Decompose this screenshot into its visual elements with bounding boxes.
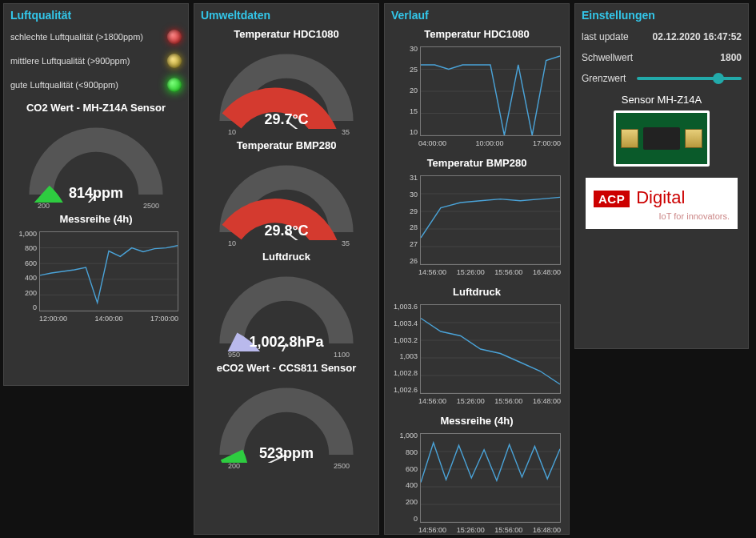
co2-gauge: 814ppm 200 2500	[20, 118, 172, 207]
vl-hdc-title: Temperatur HDC1080	[391, 28, 562, 40]
legend-bad-label: schlechte Luftqualität (>1800ppm)	[10, 32, 143, 42]
legend-good-label: gute Luftqualität (<900ppm)	[10, 80, 118, 90]
row-last-update: last update 02.12.2020 16:47:52	[582, 31, 742, 42]
gauge-bmp-value: 29.8°C	[210, 223, 362, 239]
gauge-hdc: 29.7°C 10 35	[210, 45, 362, 133]
gauge-hdc-min: 10	[228, 128, 236, 136]
grenzwert-slider[interactable]	[637, 77, 742, 80]
vl-press-title: Luftdruck	[391, 286, 562, 298]
co2-gauge-min: 200	[38, 202, 50, 210]
co2-gauge-title: CO2 Wert - MH-Z14A Sensor	[10, 102, 182, 114]
legend-row-bad: schlechte Luftqualität (>1800ppm)	[10, 30, 182, 44]
panel-verlauf: Verlauf Temperatur HDC1080 302520151004:…	[384, 3, 570, 535]
panel-title-verlauf: Verlauf	[391, 9, 562, 22]
last-update-label: last update	[582, 31, 629, 42]
co2-gauge-max: 2500	[143, 202, 159, 210]
sensor-caption: Sensor MH-Z14A	[582, 94, 742, 106]
gauge-hdc-max: 35	[342, 128, 350, 136]
gauge-bmp-title: Temperatur BMP280	[201, 139, 372, 151]
panel-einstellungen: Einstellungen last update 02.12.2020 16:…	[574, 3, 749, 349]
legend-row-mid: mittlere Luftqualität (>900ppm)	[10, 54, 182, 68]
grenzwert-label: Grenzwert	[582, 73, 626, 84]
gauge-press-title: Luftdruck	[201, 251, 372, 263]
gauge-bmp: 29.8°C 10 35	[210, 156, 362, 244]
gauge-hdc-value: 29.7°C	[210, 111, 362, 128]
row-schwellwert: Schwellwert 1800	[582, 52, 742, 63]
vl-hdc-chart: 302520151004:00:0010:00:0017:00:00	[391, 45, 562, 151]
gauge-press-min: 950	[228, 351, 240, 359]
panel-umweltdaten: Umweltdaten Temperatur HDC1080 29.7°C 10…	[194, 3, 379, 535]
panel-title-luft: Luftqualität	[10, 9, 182, 22]
gauge-eco2-min: 200	[228, 462, 240, 470]
panel-title-umwelt: Umweltdaten	[201, 9, 372, 22]
gauge-bmp-min: 10	[228, 239, 236, 247]
slider-thumb-icon[interactable]	[713, 73, 724, 84]
brand-logo: ACP Digital IoT for innovators.	[586, 178, 738, 229]
brand-digital: Digital	[636, 187, 685, 208]
gauge-eco2-value: 523ppm	[210, 445, 362, 462]
legend-row-good: gute Luftqualität (<900ppm)	[10, 78, 182, 92]
legend-mid-label: mittlere Luftqualität (>900ppm)	[10, 56, 130, 66]
gauge-press: 1,002.8hPa 950 1100	[210, 267, 362, 355]
vl-mess-chart: 1,000800600400200014:56:0015:26:0015:56:…	[391, 432, 562, 537]
gauge-hdc-title: Temperatur HDC1080	[201, 28, 372, 40]
panel-luftqualitaet: Luftqualität schlechte Luftqualität (>18…	[3, 3, 189, 386]
vl-bmp-chart: 31302928272614:56:0015:26:0015:56:0016:4…	[391, 174, 562, 279]
vl-mess-title: Messreihe (4h)	[391, 415, 562, 427]
last-update-value: 02.12.2020 16:47:52	[653, 31, 742, 42]
gauge-eco2-max: 2500	[334, 462, 350, 470]
vl-press-chart: 1,003.61,003.41,003.21,0031,002.81,002.6…	[391, 303, 562, 408]
led-green-icon	[167, 78, 182, 92]
co2-gauge-value: 814ppm	[20, 185, 172, 202]
panel-title-einst: Einstellungen	[582, 9, 742, 22]
co2-mini-chart: 1,0008006004002000 12:00:0014:00:0017:00…	[12, 230, 180, 326]
gauge-eco2: 523ppm 200 2500	[210, 379, 362, 467]
sensor-image	[614, 110, 710, 167]
brand-tagline: IoT for innovators.	[594, 211, 730, 221]
led-red-icon	[167, 30, 182, 44]
brand-acp: ACP	[594, 191, 630, 207]
gauge-bmp-max: 35	[342, 239, 350, 247]
led-yellow-icon	[167, 54, 182, 68]
co2-mini-title: Messreihe (4h)	[10, 213, 182, 225]
schwellwert-label: Schwellwert	[582, 52, 633, 63]
gauge-press-max: 1100	[334, 351, 350, 359]
gauge-press-value: 1,002.8hPa	[210, 334, 362, 351]
gauge-eco2-title: eCO2 Wert - CCS811 Sensor	[201, 362, 372, 374]
row-grenzwert: Grenzwert	[582, 73, 742, 84]
vl-bmp-title: Temperatur BMP280	[391, 157, 562, 169]
schwellwert-value: 1800	[720, 52, 742, 63]
